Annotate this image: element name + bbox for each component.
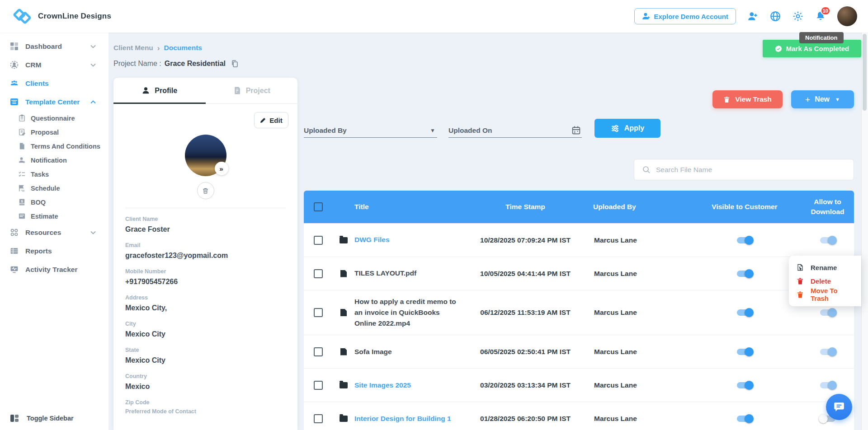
sidebar-item-reports[interactable]: Reports xyxy=(0,242,108,260)
tab-profile[interactable]: Profile xyxy=(113,78,206,103)
select-all-checkbox[interactable] xyxy=(314,202,323,211)
sidebar-item-template-center[interactable]: Template Center xyxy=(0,93,108,111)
sidebar-item-notification[interactable]: Notification xyxy=(0,153,108,167)
field-label: Mobile Number xyxy=(125,268,286,275)
chat-widget-button[interactable] xyxy=(826,394,852,420)
dashboard-icon xyxy=(10,42,19,51)
allow-to-download-toggle[interactable] xyxy=(820,237,835,243)
visible-to-customer-toggle[interactable] xyxy=(737,309,752,316)
edit-profile-button[interactable]: Edit xyxy=(254,112,288,128)
sidebar-item-tasks[interactable]: Tasks xyxy=(0,167,108,181)
sidebar-item-proposal[interactable]: Proposal xyxy=(0,125,108,139)
uploaded-by-filter[interactable]: Uploaded By ▼ xyxy=(304,123,437,138)
toggle-sidebar-button[interactable]: Toggle Sidebar xyxy=(10,414,74,423)
table-row: How to apply a credit memo to an invoice… xyxy=(304,290,854,335)
context-menu-delete[interactable]: Delete xyxy=(789,274,861,288)
top-bar: CrownLine Designs Explore Demo Account xyxy=(0,0,868,33)
allow-to-download-toggle[interactable] xyxy=(820,382,835,388)
timestamp: 06/05/2025 02:50:41 PM IST xyxy=(458,348,593,356)
new-button[interactable]: + New ▼ xyxy=(791,90,854,108)
row-checkbox[interactable] xyxy=(314,381,323,390)
breadcrumb-current[interactable]: Documents xyxy=(164,44,202,52)
sidebar-item-terms-and-conditions[interactable]: Terms And Conditions xyxy=(0,139,108,153)
schedule-icon xyxy=(18,184,26,192)
file-title-link[interactable]: Interior Design for Building 1 xyxy=(354,415,451,422)
sidebar-item-boq[interactable]: $ BOQ xyxy=(0,195,108,209)
sidebar-item-resources[interactable]: Resources xyxy=(0,223,108,242)
file-type-icon xyxy=(340,382,348,388)
allow-to-download-toggle[interactable] xyxy=(820,349,835,355)
visible-to-customer-toggle[interactable] xyxy=(737,237,752,243)
client-profile-panel: Profile Project Edit xyxy=(113,78,297,430)
sidebar-item-crm[interactable]: CRM xyxy=(0,56,108,74)
user-avatar[interactable] xyxy=(837,6,857,26)
scrollbar-thumb[interactable] xyxy=(863,34,867,111)
explore-demo-account-button[interactable]: Explore Demo Account xyxy=(634,8,736,24)
add-user-icon[interactable] xyxy=(747,10,759,22)
profile-field: Zip Code xyxy=(125,399,286,406)
brand-name: CrownLine Designs xyxy=(38,12,111,21)
settings-gear-icon[interactable] xyxy=(792,10,804,22)
sidebar-item-clients[interactable]: Clients xyxy=(0,74,108,93)
questionnaire-icon xyxy=(18,114,26,122)
row-checkbox[interactable] xyxy=(314,308,323,317)
row-checkbox[interactable] xyxy=(314,414,323,423)
visible-to-customer-toggle[interactable] xyxy=(737,271,752,277)
profile-field: State Mexico City xyxy=(125,347,286,365)
breadcrumb-parent[interactable]: Client Menu xyxy=(113,44,153,52)
file-type-icon xyxy=(340,348,347,355)
field-value: +917905457266 xyxy=(125,277,286,286)
apply-filters-button[interactable]: Apply xyxy=(594,119,660,138)
visible-to-customer-toggle[interactable] xyxy=(737,349,752,355)
file-title-link[interactable]: Site Images 2025 xyxy=(354,381,411,389)
uploaded-by: Marcus Lane xyxy=(593,348,688,356)
row-checkbox[interactable] xyxy=(314,236,323,245)
expand-photo-button[interactable]: » xyxy=(215,162,228,175)
sidebar-item-schedule[interactable]: Schedule xyxy=(0,181,108,195)
field-label: Zip Code xyxy=(125,399,286,406)
notification-bell-icon[interactable]: 10 xyxy=(815,10,826,22)
sidebar-item-dashboard[interactable]: Dashboard xyxy=(0,37,108,56)
field-label: Email xyxy=(125,242,286,248)
file-title-link[interactable]: Sofa Image xyxy=(354,348,392,355)
estimate-icon xyxy=(18,212,26,220)
file-type-icon xyxy=(340,270,347,277)
field-value: Mexico City, xyxy=(125,304,286,313)
field-label: Preferred Mode of Contact xyxy=(125,408,286,415)
copy-icon[interactable] xyxy=(231,60,239,68)
sidebar-item-activity-tracker[interactable]: Activity Tracker xyxy=(0,260,108,279)
visible-to-customer-toggle[interactable] xyxy=(737,382,752,388)
uploaded-by: Marcus Lane xyxy=(593,236,688,244)
row-checkbox[interactable] xyxy=(314,269,323,278)
chat-icon xyxy=(833,401,845,413)
sidebar: Dashboard CRM Clients Template Center Qu… xyxy=(0,33,109,430)
profile-field: Email gracefoster123@yopmail.com xyxy=(125,242,286,260)
file-title-link[interactable]: DWG Files xyxy=(354,236,390,243)
tab-project[interactable]: Project xyxy=(206,78,298,103)
view-trash-button[interactable]: View Trash xyxy=(712,90,783,108)
table-row: Site Images 2025 03/20/2025 03:13:34 PM … xyxy=(304,368,854,402)
breadcrumb-separator-icon: › xyxy=(157,44,160,52)
context-menu-move-to-trash[interactable]: Move To Trash xyxy=(789,288,861,301)
visible-to-customer-toggle[interactable] xyxy=(737,416,752,422)
remove-photo-button[interactable] xyxy=(197,182,214,199)
allow-to-download-toggle[interactable] xyxy=(820,309,835,316)
notification-person-icon xyxy=(18,156,26,164)
notification-count-badge: 10 xyxy=(821,6,830,15)
language-globe-icon[interactable] xyxy=(769,10,781,22)
file-title-link[interactable]: How to apply a credit memo to an invoice… xyxy=(354,298,456,327)
search-input[interactable] xyxy=(656,166,854,174)
profile-field: Address Mexico City, xyxy=(125,294,286,313)
column-allow-download: Allow to Download xyxy=(801,197,854,217)
page-scrollbar[interactable] xyxy=(861,33,868,430)
row-checkbox[interactable] xyxy=(314,347,323,356)
field-value: Mexico xyxy=(125,382,286,391)
file-title-link[interactable]: TILES LAYOUT.pdf xyxy=(354,269,416,277)
template-center-icon xyxy=(10,98,19,106)
brand: CrownLine Designs xyxy=(12,6,111,27)
context-menu-rename[interactable]: Rename xyxy=(789,261,861,274)
profile-field: Preferred Mode of Contact xyxy=(125,408,286,415)
sidebar-item-questionnaire[interactable]: Questionnaire xyxy=(0,111,108,125)
sidebar-item-estimate[interactable]: Estimate xyxy=(0,209,108,223)
uploaded-on-filter[interactable]: Uploaded On xyxy=(448,123,582,138)
